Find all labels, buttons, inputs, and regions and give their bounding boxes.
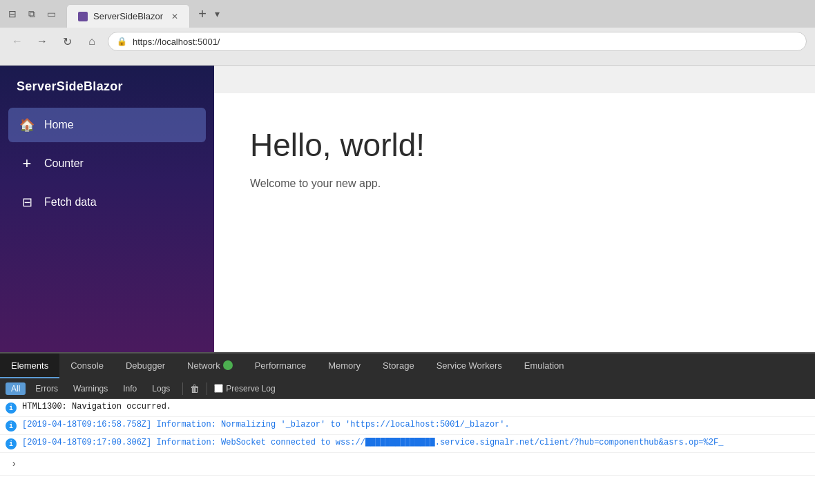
filter-warnings-button[interactable]: Warnings [68, 382, 113, 395]
forward-button[interactable]: → [33, 32, 51, 50]
home-icon: 🏠 [19, 117, 35, 133]
devtools-tab-memory[interactable]: Memory [317, 353, 372, 378]
tab-bar: ⊟ ⧉ ▭ ServerSideBlazor ✕ + ▾ [0, 0, 815, 28]
network-active-dot [223, 360, 233, 370]
devtools-toolbar: All Errors Warnings Info Logs 🗑 Preserve… [0, 378, 815, 399]
window-minimize[interactable]: ⊟ [6, 7, 19, 21]
console-text: [2019-04-18T09:16:58.758Z] Information: … [22, 420, 809, 429]
top-gray-bar [214, 66, 815, 93]
window-restore[interactable]: ⧉ [25, 7, 39, 21]
devtools-tab-elements-label: Elements [11, 360, 48, 371]
sidebar: ServerSideBlazor 🏠 Home + Counter ⊟ Fetc… [0, 66, 214, 352]
filter-logs-button[interactable]: Logs [146, 382, 175, 395]
filter-info-button[interactable]: Info [117, 382, 142, 395]
window-maximize[interactable]: ▭ [44, 7, 58, 21]
app-container: ServerSideBlazor 🏠 Home + Counter ⊟ Fetc… [0, 66, 815, 352]
sidebar-item-home[interactable]: 🏠 Home [8, 108, 206, 142]
tab-close-button[interactable]: ✕ [171, 12, 178, 21]
console-text: [2019-04-18T09:17:00.306Z] Information: … [22, 438, 809, 447]
url-bar[interactable]: 🔒 https://localhost:5001/ [108, 32, 807, 51]
toolbar-separator [182, 382, 183, 395]
fetch-data-icon: ⊟ [19, 195, 35, 210]
main-subtitle: Welcome to your new app. [250, 177, 779, 190]
devtools-tab-performance[interactable]: Performance [244, 353, 317, 378]
devtools-tab-elements[interactable]: Elements [0, 353, 59, 378]
browser-chrome: ⊟ ⧉ ▭ ServerSideBlazor ✕ + ▾ ← → ↻ ⌂ 🔒 h… [0, 0, 815, 66]
home-button[interactable]: ⌂ [83, 32, 101, 50]
console-prompt-line: › [0, 453, 815, 476]
filter-all-button[interactable]: All [6, 382, 26, 395]
main-content: Hello, world! Welcome to your new app. [214, 93, 815, 352]
sidebar-nav: 🏠 Home + Counter ⊟ Fetch data [0, 108, 214, 220]
tab-favicon [78, 12, 88, 21]
devtools-tab-debugger[interactable]: Debugger [115, 353, 176, 378]
devtools-tab-emulation[interactable]: Emulation [513, 353, 575, 378]
devtools-tab-service-workers[interactable]: Service Workers [425, 353, 513, 378]
sidebar-item-fetch-data-label: Fetch data [44, 196, 97, 209]
console-info-icon: i [6, 438, 17, 449]
devtools-panel: Elements Console Debugger Network Perfor… [0, 352, 815, 504]
console-line: i HTML1300: Navigation occurred. [0, 399, 815, 417]
devtools-tab-service-workers-label: Service Workers [437, 360, 502, 371]
preserve-log-label: Preserve Log [226, 384, 275, 394]
tab-dropdown-button[interactable]: ▾ [215, 8, 220, 19]
devtools-tabs: Elements Console Debugger Network Perfor… [0, 353, 815, 378]
devtools-tab-network-label: Network [187, 360, 220, 371]
filter-errors-button[interactable]: Errors [30, 382, 64, 395]
console-info-icon: i [6, 420, 17, 432]
devtools-tab-debugger-label: Debugger [126, 360, 165, 371]
counter-icon: + [19, 155, 35, 173]
console-text: HTML1300: Navigation occurred. [22, 402, 809, 411]
sidebar-item-fetch-data[interactable]: ⊟ Fetch data [8, 185, 206, 220]
lock-icon: 🔒 [117, 37, 127, 46]
address-bar: ← → ↻ ⌂ 🔒 https://localhost:5001/ [0, 28, 815, 55]
new-tab-button[interactable]: + [193, 6, 212, 22]
devtools-tab-network[interactable]: Network [176, 353, 244, 378]
clear-console-button[interactable]: 🗑 [190, 383, 200, 394]
devtools-tab-storage-label: Storage [383, 360, 414, 371]
back-button[interactable]: ← [8, 32, 26, 50]
preserve-log-checkbox-label[interactable]: Preserve Log [214, 384, 275, 394]
devtools-console: i HTML1300: Navigation occurred. i [2019… [0, 399, 815, 504]
devtools-tab-emulation-label: Emulation [524, 360, 564, 371]
sidebar-item-counter-label: Counter [44, 157, 84, 170]
console-info-icon: i [6, 403, 17, 414]
console-line: i [2019-04-18T09:17:00.306Z] Information… [0, 435, 815, 453]
devtools-tab-console-label: Console [70, 360, 104, 371]
active-tab[interactable]: ServerSideBlazor ✕ [66, 4, 190, 28]
preserve-log-checkbox[interactable] [214, 384, 223, 393]
console-prompt: › [6, 456, 22, 472]
toolbar-separator-2 [207, 382, 207, 395]
tab-title: ServerSideBlazor [93, 11, 163, 21]
refresh-button[interactable]: ↻ [58, 32, 76, 50]
sidebar-item-counter[interactable]: + Counter [8, 145, 206, 182]
main-area: Hello, world! Welcome to your new app. [214, 66, 815, 352]
window-controls: ⊟ ⧉ ▭ [6, 7, 58, 21]
devtools-tab-console[interactable]: Console [59, 353, 115, 378]
sidebar-brand: ServerSideBlazor [0, 66, 214, 108]
sidebar-item-home-label: Home [44, 119, 74, 131]
devtools-tab-performance-label: Performance [255, 360, 306, 371]
devtools-tab-memory-label: Memory [328, 360, 361, 371]
main-title: Hello, world! [250, 126, 779, 164]
url-text: https://localhost:5001/ [133, 37, 220, 47]
devtools-tab-storage[interactable]: Storage [372, 353, 425, 378]
console-line: i [2019-04-18T09:16:58.758Z] Information… [0, 417, 815, 435]
